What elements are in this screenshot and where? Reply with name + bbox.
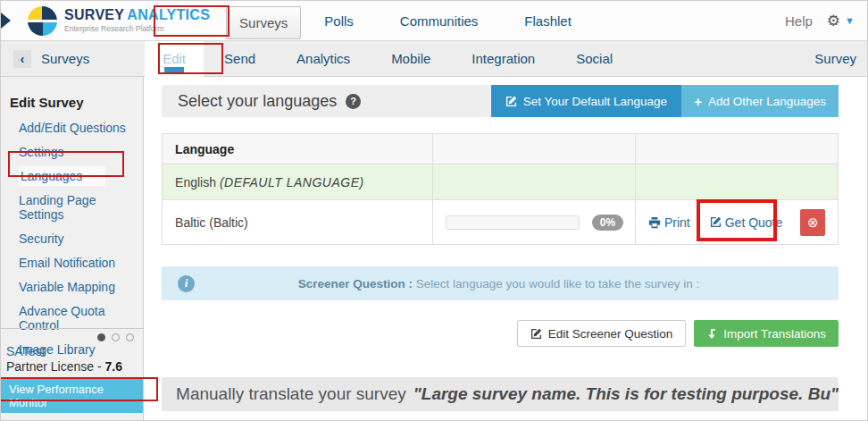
sub-navbar: ‹ Surveys Edit Send Analytics Mobile Int…: [1, 41, 867, 77]
app-window: SURVEYANALYTICS Enterprise Research Plat…: [0, 0, 868, 421]
carousel-dot-3[interactable]: [126, 333, 134, 341]
survey-tabs: Edit Send Analytics Mobile Integration S…: [145, 41, 633, 77]
brand-primary: SURVEY: [64, 7, 124, 22]
screener-info-bold: Screener Question :: [298, 277, 413, 290]
top-nav-right: Help ⚙ ▼: [785, 12, 855, 30]
nav-item-flashlet[interactable]: Flashlet: [524, 13, 572, 29]
sidebar-item-security[interactable]: Security: [1, 226, 143, 250]
set-default-language-button[interactable]: Set Your Default Language: [491, 85, 681, 117]
nav-item-communities[interactable]: Communities: [400, 13, 479, 29]
language-name-cell: English (DEFAULT LANGUAGE): [163, 164, 433, 200]
import-arrow-icon: [706, 328, 717, 340]
sidebar-item-languages[interactable]: Languages: [1, 164, 143, 188]
translate-prefix: Manually translate your survey: [176, 384, 406, 404]
plus-icon: +: [694, 94, 702, 109]
tab-analytics[interactable]: Analytics: [283, 41, 363, 77]
column-header-language: Language: [163, 134, 433, 164]
sidebar-item-advance-quota-control[interactable]: Advance Quota Control: [1, 299, 143, 337]
tab-edit[interactable]: Edit: [145, 41, 204, 77]
sidebar-item-variable-mapping[interactable]: Variable Mapping: [1, 274, 143, 299]
sidebar-item-add-edit-questions[interactable]: Add/Edit Questions: [1, 115, 143, 139]
page-title: Select your languages: [178, 92, 337, 111]
tab-send[interactable]: Send: [211, 41, 269, 77]
brand-text: SURVEYANALYTICS Enterprise Research Plat…: [64, 8, 210, 33]
default-language-suffix: (DEFAULT LANGUAGE): [220, 175, 364, 189]
column-header-progress: [432, 134, 635, 164]
translation-progress: 0%: [446, 215, 635, 231]
manual-translate-bar: Manually translate your survey "Large su…: [162, 377, 839, 411]
sidebar-divider: [1, 328, 143, 329]
license-label: Partner License -: [6, 359, 102, 374]
table-header-row: Language: [163, 134, 839, 164]
edge-decoration: [1, 13, 11, 29]
edit-screener-question-button[interactable]: Edit Screener Question: [517, 320, 687, 347]
language-name-cell: Baltic (Baltic): [163, 200, 433, 245]
carousel-dot-2[interactable]: [112, 333, 120, 341]
gear-icon[interactable]: ⚙: [827, 12, 840, 30]
top-navbar: SURVEYANALYTICS Enterprise Research Plat…: [1, 1, 867, 41]
edit-icon: [710, 216, 722, 228]
sidebar-item-landing-page-settings[interactable]: Landing Page Settings: [1, 188, 143, 226]
carousel-dots: [97, 333, 134, 341]
edit-icon: [530, 328, 542, 340]
circle-x-icon: ⊗: [807, 215, 819, 231]
logo-icon: [28, 6, 57, 36]
main-content: Select your languages ? Set Your Default…: [144, 77, 867, 421]
progress-percent-badge: 0%: [592, 215, 623, 231]
printer-icon: [648, 216, 661, 229]
help-circle-icon[interactable]: ?: [346, 94, 361, 109]
body: Edit Survey Add/Edit Questions Settings …: [1, 77, 867, 421]
help-link[interactable]: Help: [785, 13, 813, 29]
sidebar-item-email-notification[interactable]: Email Notification: [1, 250, 143, 274]
languages-table: Language English (DEFAULT LANGUAGE) Balt…: [162, 133, 839, 245]
survey-context-label: Survey: [814, 51, 856, 66]
tab-integration[interactable]: Integration: [458, 41, 548, 77]
view-performance-monitor-link[interactable]: View Performance Monitor: [1, 379, 143, 413]
brand-secondary: ANALYTICS: [127, 7, 210, 22]
delete-language-button[interactable]: ⊗: [800, 209, 825, 236]
brand-tagline: Enterprise Research Platform: [64, 25, 210, 33]
add-other-languages-button[interactable]: + Add Other Languages: [681, 85, 839, 117]
carousel-dot-1[interactable]: [97, 333, 105, 341]
breadcrumb-surveys[interactable]: Surveys: [41, 51, 89, 66]
license-value: 7.6: [105, 359, 122, 374]
column-header-actions: [635, 134, 838, 164]
survey-name: "Large survey name. This is for testing …: [413, 384, 839, 404]
progress-bar: [446, 215, 580, 230]
info-icon: i: [178, 275, 195, 292]
header-buttons: Set Your Default Language + Add Other La…: [491, 85, 839, 117]
table-row-baltic: Baltic (Baltic) 0% Print: [163, 200, 839, 245]
import-translations-button[interactable]: Import Translations: [694, 320, 839, 347]
table-row-english: English (DEFAULT LANGUAGE): [163, 164, 839, 200]
chevron-down-icon[interactable]: ▼: [845, 15, 855, 26]
back-button[interactable]: ‹: [13, 50, 31, 68]
nav-item-surveys[interactable]: Surveys: [226, 6, 301, 39]
nav-item-polls[interactable]: Polls: [324, 13, 354, 29]
edit-icon: [505, 96, 517, 107]
brand-logo[interactable]: SURVEYANALYTICS Enterprise Research Plat…: [28, 6, 210, 36]
screener-actions: Edit Screener Question Import Translatio…: [162, 320, 839, 347]
languages-panel-header: Select your languages ? Set Your Default…: [162, 85, 839, 117]
print-link[interactable]: Print: [648, 215, 690, 230]
get-quote-link[interactable]: Get Quote: [710, 215, 783, 230]
screener-info-bar: i Screener Question : Select language yo…: [162, 266, 839, 300]
row-actions: Print Get Quote ⊗: [648, 209, 838, 236]
tab-mobile[interactable]: Mobile: [378, 41, 444, 77]
account-name-link[interactable]: SATest: [6, 344, 45, 358]
top-nav-items: Surveys Polls Communities Flashlet: [226, 4, 595, 38]
sidebar-title: Edit Survey: [10, 95, 143, 110]
sidebar-item-settings[interactable]: Settings: [1, 139, 143, 164]
sidebar: Edit Survey Add/Edit Questions Settings …: [1, 77, 144, 421]
tab-social[interactable]: Social: [563, 41, 626, 77]
screener-info-text: Screener Question : Select language you …: [195, 277, 839, 290]
license-info: Partner License - 7.6: [6, 359, 122, 374]
